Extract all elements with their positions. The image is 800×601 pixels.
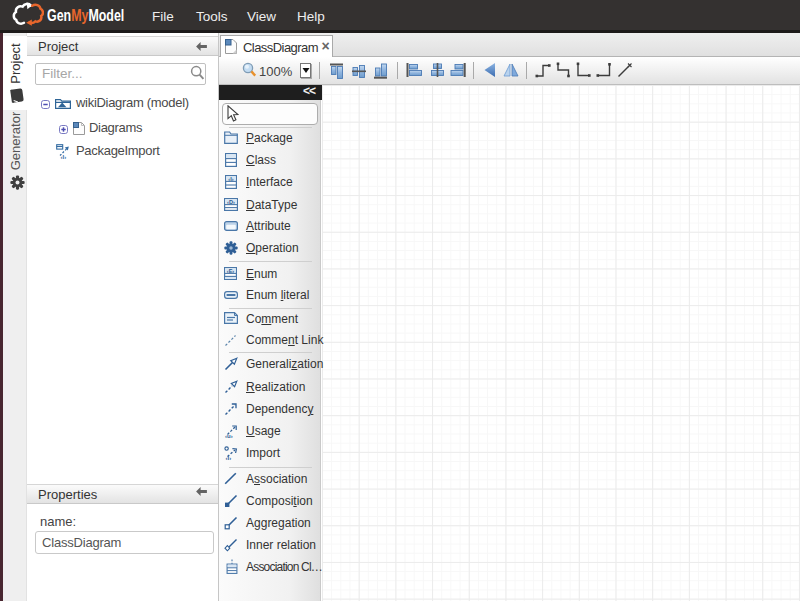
svg-text:‹I›: ‹I› xyxy=(226,455,232,461)
svg-text:‹I›: ‹I› xyxy=(228,176,233,182)
svg-text:‹I›: ‹I› xyxy=(61,154,67,159)
svg-text:‹u›: ‹u› xyxy=(225,433,233,439)
svg-text:‹E›: ‹E› xyxy=(227,268,235,274)
svg-text:‹D›: ‹D› xyxy=(227,199,235,205)
